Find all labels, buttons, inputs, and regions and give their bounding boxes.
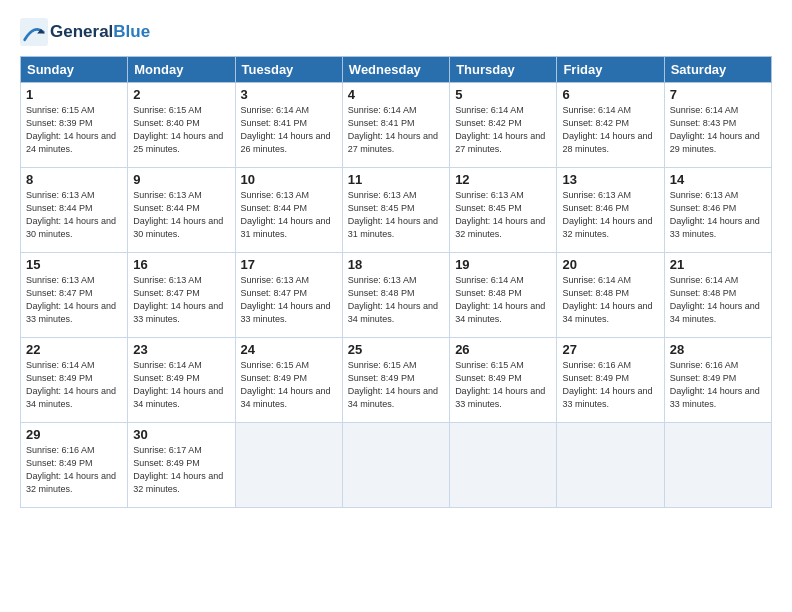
day-number: 2 [133,87,229,102]
table-row: 9 Sunrise: 6:13 AM Sunset: 8:44 PM Dayli… [128,168,235,253]
day-number: 5 [455,87,551,102]
table-row: 12 Sunrise: 6:13 AM Sunset: 8:45 PM Dayl… [450,168,557,253]
table-row [557,423,664,508]
day-detail: Sunrise: 6:13 AM Sunset: 8:47 PM Dayligh… [133,274,229,326]
day-number: 13 [562,172,658,187]
calendar-header-row: Sunday Monday Tuesday Wednesday Thursday… [21,57,772,83]
day-number: 18 [348,257,444,272]
day-number: 8 [26,172,122,187]
day-number: 9 [133,172,229,187]
logo-text: GeneralBlue [50,22,150,42]
calendar-week-row: 15 Sunrise: 6:13 AM Sunset: 8:47 PM Dayl… [21,253,772,338]
table-row: 17 Sunrise: 6:13 AM Sunset: 8:47 PM Dayl… [235,253,342,338]
day-detail: Sunrise: 6:15 AM Sunset: 8:40 PM Dayligh… [133,104,229,156]
logo-icon [20,18,48,46]
day-detail: Sunrise: 6:14 AM Sunset: 8:48 PM Dayligh… [670,274,766,326]
table-row: 28 Sunrise: 6:16 AM Sunset: 8:49 PM Dayl… [664,338,771,423]
table-row: 4 Sunrise: 6:14 AM Sunset: 8:41 PM Dayli… [342,83,449,168]
calendar-week-row: 8 Sunrise: 6:13 AM Sunset: 8:44 PM Dayli… [21,168,772,253]
day-number: 11 [348,172,444,187]
day-detail: Sunrise: 6:16 AM Sunset: 8:49 PM Dayligh… [670,359,766,411]
table-row [664,423,771,508]
day-detail: Sunrise: 6:13 AM Sunset: 8:46 PM Dayligh… [670,189,766,241]
day-detail: Sunrise: 6:15 AM Sunset: 8:49 PM Dayligh… [455,359,551,411]
day-detail: Sunrise: 6:15 AM Sunset: 8:39 PM Dayligh… [26,104,122,156]
page: GeneralBlue Sunday Monday Tuesday Wednes… [0,0,792,612]
day-detail: Sunrise: 6:14 AM Sunset: 8:49 PM Dayligh… [133,359,229,411]
day-number: 21 [670,257,766,272]
day-detail: Sunrise: 6:16 AM Sunset: 8:49 PM Dayligh… [26,444,122,496]
day-number: 7 [670,87,766,102]
calendar-table: Sunday Monday Tuesday Wednesday Thursday… [20,56,772,508]
table-row [342,423,449,508]
day-number: 10 [241,172,337,187]
col-sunday: Sunday [21,57,128,83]
day-detail: Sunrise: 6:15 AM Sunset: 8:49 PM Dayligh… [348,359,444,411]
table-row [235,423,342,508]
table-row: 13 Sunrise: 6:13 AM Sunset: 8:46 PM Dayl… [557,168,664,253]
day-detail: Sunrise: 6:13 AM Sunset: 8:44 PM Dayligh… [133,189,229,241]
col-saturday: Saturday [664,57,771,83]
table-row: 7 Sunrise: 6:14 AM Sunset: 8:43 PM Dayli… [664,83,771,168]
day-detail: Sunrise: 6:17 AM Sunset: 8:49 PM Dayligh… [133,444,229,496]
day-number: 6 [562,87,658,102]
day-number: 28 [670,342,766,357]
table-row: 1 Sunrise: 6:15 AM Sunset: 8:39 PM Dayli… [21,83,128,168]
day-number: 3 [241,87,337,102]
day-detail: Sunrise: 6:13 AM Sunset: 8:47 PM Dayligh… [26,274,122,326]
table-row: 20 Sunrise: 6:14 AM Sunset: 8:48 PM Dayl… [557,253,664,338]
day-number: 15 [26,257,122,272]
day-number: 27 [562,342,658,357]
day-number: 12 [455,172,551,187]
day-detail: Sunrise: 6:14 AM Sunset: 8:49 PM Dayligh… [26,359,122,411]
col-tuesday: Tuesday [235,57,342,83]
col-wednesday: Wednesday [342,57,449,83]
table-row: 27 Sunrise: 6:16 AM Sunset: 8:49 PM Dayl… [557,338,664,423]
table-row: 21 Sunrise: 6:14 AM Sunset: 8:48 PM Dayl… [664,253,771,338]
day-number: 24 [241,342,337,357]
table-row: 18 Sunrise: 6:13 AM Sunset: 8:48 PM Dayl… [342,253,449,338]
day-number: 16 [133,257,229,272]
day-detail: Sunrise: 6:14 AM Sunset: 8:42 PM Dayligh… [562,104,658,156]
table-row: 10 Sunrise: 6:13 AM Sunset: 8:44 PM Dayl… [235,168,342,253]
day-number: 1 [26,87,122,102]
day-detail: Sunrise: 6:14 AM Sunset: 8:43 PM Dayligh… [670,104,766,156]
table-row: 16 Sunrise: 6:13 AM Sunset: 8:47 PM Dayl… [128,253,235,338]
calendar-week-row: 1 Sunrise: 6:15 AM Sunset: 8:39 PM Dayli… [21,83,772,168]
day-detail: Sunrise: 6:13 AM Sunset: 8:44 PM Dayligh… [26,189,122,241]
day-detail: Sunrise: 6:14 AM Sunset: 8:41 PM Dayligh… [348,104,444,156]
day-number: 25 [348,342,444,357]
day-number: 17 [241,257,337,272]
table-row: 2 Sunrise: 6:15 AM Sunset: 8:40 PM Dayli… [128,83,235,168]
day-number: 26 [455,342,551,357]
table-row: 19 Sunrise: 6:14 AM Sunset: 8:48 PM Dayl… [450,253,557,338]
day-detail: Sunrise: 6:13 AM Sunset: 8:47 PM Dayligh… [241,274,337,326]
day-number: 29 [26,427,122,442]
table-row: 25 Sunrise: 6:15 AM Sunset: 8:49 PM Dayl… [342,338,449,423]
day-detail: Sunrise: 6:13 AM Sunset: 8:48 PM Dayligh… [348,274,444,326]
table-row: 14 Sunrise: 6:13 AM Sunset: 8:46 PM Dayl… [664,168,771,253]
col-monday: Monday [128,57,235,83]
day-number: 20 [562,257,658,272]
day-detail: Sunrise: 6:13 AM Sunset: 8:44 PM Dayligh… [241,189,337,241]
calendar-week-row: 22 Sunrise: 6:14 AM Sunset: 8:49 PM Dayl… [21,338,772,423]
day-detail: Sunrise: 6:14 AM Sunset: 8:42 PM Dayligh… [455,104,551,156]
day-number: 19 [455,257,551,272]
day-detail: Sunrise: 6:13 AM Sunset: 8:45 PM Dayligh… [348,189,444,241]
col-friday: Friday [557,57,664,83]
table-row: 26 Sunrise: 6:15 AM Sunset: 8:49 PM Dayl… [450,338,557,423]
table-row: 15 Sunrise: 6:13 AM Sunset: 8:47 PM Dayl… [21,253,128,338]
col-thursday: Thursday [450,57,557,83]
table-row: 22 Sunrise: 6:14 AM Sunset: 8:49 PM Dayl… [21,338,128,423]
day-number: 4 [348,87,444,102]
day-number: 14 [670,172,766,187]
day-detail: Sunrise: 6:13 AM Sunset: 8:45 PM Dayligh… [455,189,551,241]
day-number: 23 [133,342,229,357]
header: GeneralBlue [20,18,772,46]
day-detail: Sunrise: 6:14 AM Sunset: 8:41 PM Dayligh… [241,104,337,156]
table-row: 24 Sunrise: 6:15 AM Sunset: 8:49 PM Dayl… [235,338,342,423]
day-number: 30 [133,427,229,442]
table-row: 3 Sunrise: 6:14 AM Sunset: 8:41 PM Dayli… [235,83,342,168]
day-detail: Sunrise: 6:16 AM Sunset: 8:49 PM Dayligh… [562,359,658,411]
logo: GeneralBlue [20,18,150,46]
